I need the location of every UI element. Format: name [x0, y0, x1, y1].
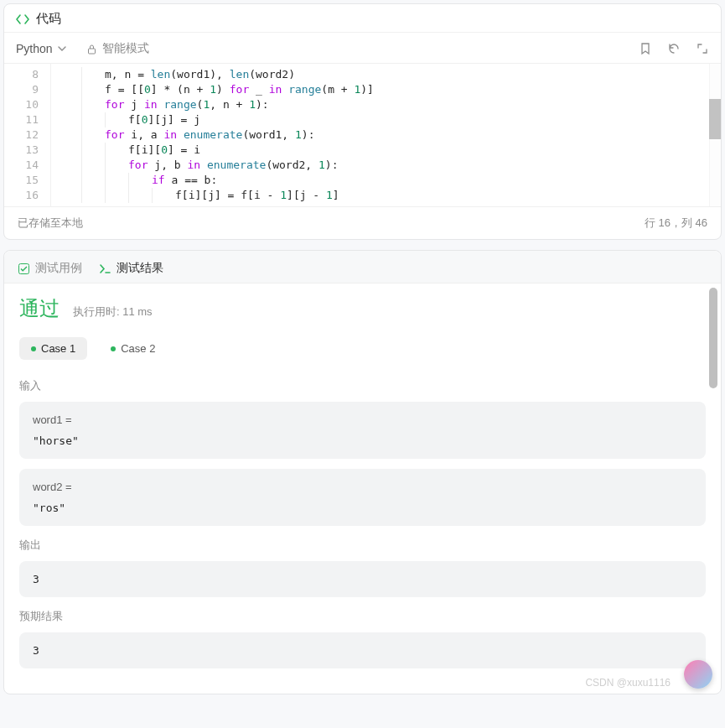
output-label: 输出 [19, 538, 706, 553]
expand-icon[interactable] [696, 42, 709, 55]
undo-icon[interactable] [667, 42, 681, 55]
toolbar-actions [639, 42, 709, 55]
code-line[interactable]: m, n = len(word1), len(word2) [58, 67, 709, 82]
language-label: Python [16, 42, 53, 55]
minimap[interactable] [709, 64, 721, 206]
checkbox-icon [18, 263, 30, 275]
code-title: 代码 [36, 11, 61, 27]
input-var-label: word1 = [33, 413, 692, 426]
input-boxes: word1 ="horse"word2 ="ros" [19, 402, 706, 526]
code-line[interactable]: f[0][j] = j [58, 112, 709, 127]
mode-indicator[interactable]: 智能模式 [86, 41, 149, 56]
expected-label: 预期结果 [19, 609, 706, 624]
case-tabs: Case 1Case 2 [19, 337, 706, 360]
svg-rect-0 [88, 49, 95, 54]
code-icon [16, 13, 29, 26]
status-dot-icon [31, 346, 36, 351]
input-box: word1 ="horse" [19, 402, 706, 459]
watermark: CSDN @xuxu1116 [585, 677, 671, 689]
scrollbar-thumb[interactable] [709, 288, 717, 388]
pass-status: 通过 [19, 295, 60, 322]
line-number: 16 [4, 188, 39, 203]
cursor-position: 行 16，列 46 [645, 216, 707, 231]
bookmark-icon[interactable] [639, 42, 652, 55]
terminal-icon [99, 263, 111, 275]
status-saved: 已存储至本地 [18, 216, 83, 231]
line-number: 14 [4, 158, 39, 173]
expected-value: 3 [33, 644, 692, 657]
results-tabs: 测试用例 测试结果 [4, 251, 721, 283]
line-number: 9 [4, 82, 39, 97]
lock-icon [86, 44, 97, 55]
case-tab-label: Case 1 [41, 342, 75, 355]
language-select[interactable]: Python [16, 42, 66, 55]
code-editor[interactable]: 8910111213141516 m, n = len(word1), len(… [4, 64, 721, 206]
line-number: 8 [4, 67, 39, 82]
line-number: 13 [4, 143, 39, 158]
code-line[interactable]: f[i][j] = f[i - 1][j - 1] [58, 188, 709, 203]
case-tab-1[interactable]: Case 1 [19, 337, 87, 360]
code-line[interactable]: for i, a in enumerate(word1, 1): [58, 127, 709, 143]
tab-results-label: 测试结果 [117, 261, 163, 276]
code-line[interactable]: f[i][0] = i [58, 143, 709, 158]
case-tab-2[interactable]: Case 2 [99, 337, 167, 360]
tab-test-results[interactable]: 测试结果 [99, 261, 163, 276]
pass-row: 通过 执行用时: 11 ms [19, 295, 706, 322]
line-number: 11 [4, 112, 39, 127]
minimap-thumb[interactable] [709, 99, 721, 139]
line-number: 12 [4, 127, 39, 143]
tab-cases-label: 测试用例 [35, 261, 82, 276]
code-body[interactable]: m, n = len(word1), len(word2)f = [[0] * … [51, 64, 709, 206]
chevron-down-icon [58, 44, 66, 53]
input-var-value: "horse" [33, 434, 692, 447]
tab-test-cases[interactable]: 测试用例 [18, 261, 82, 276]
case-tab-label: Case 2 [121, 342, 155, 355]
code-panel: 代码 Python 智能模式 8910111213 [3, 3, 722, 240]
input-var-value: "ros" [33, 502, 692, 514]
code-line[interactable]: for j in range(1, n + 1): [58, 97, 709, 112]
assistant-fab[interactable] [684, 660, 712, 689]
input-box: word2 ="ros" [19, 469, 706, 526]
code-header: 代码 [4, 4, 721, 33]
code-toolbar: Python 智能模式 [4, 33, 721, 64]
mode-label: 智能模式 [102, 41, 149, 56]
code-line[interactable]: for j, b in enumerate(word2, 1): [58, 158, 709, 173]
line-number: 15 [4, 173, 39, 188]
results-panel: 测试用例 测试结果 通过 执行用时: 11 ms Case 1Case 2 输入… [3, 250, 722, 694]
line-gutter: 8910111213141516 [4, 64, 51, 206]
status-bar: 已存储至本地 行 16，列 46 [4, 206, 721, 239]
results-scrollbar[interactable] [707, 288, 719, 694]
input-var-label: word2 = [33, 481, 692, 493]
code-line[interactable]: f = [[0] * (n + 1) for _ in range(m + 1)… [58, 82, 709, 97]
output-value: 3 [33, 573, 692, 585]
runtime-text: 执行用时: 11 ms [73, 304, 153, 320]
input-label: 输入 [19, 378, 706, 393]
expected-box: 3 [19, 632, 706, 668]
line-number: 10 [4, 97, 39, 112]
status-dot-icon [111, 346, 116, 351]
code-line[interactable]: if a == b: [58, 173, 709, 188]
results-body: 通过 执行用时: 11 ms Case 1Case 2 输入 word1 ="h… [4, 283, 721, 694]
output-box: 3 [19, 561, 706, 597]
